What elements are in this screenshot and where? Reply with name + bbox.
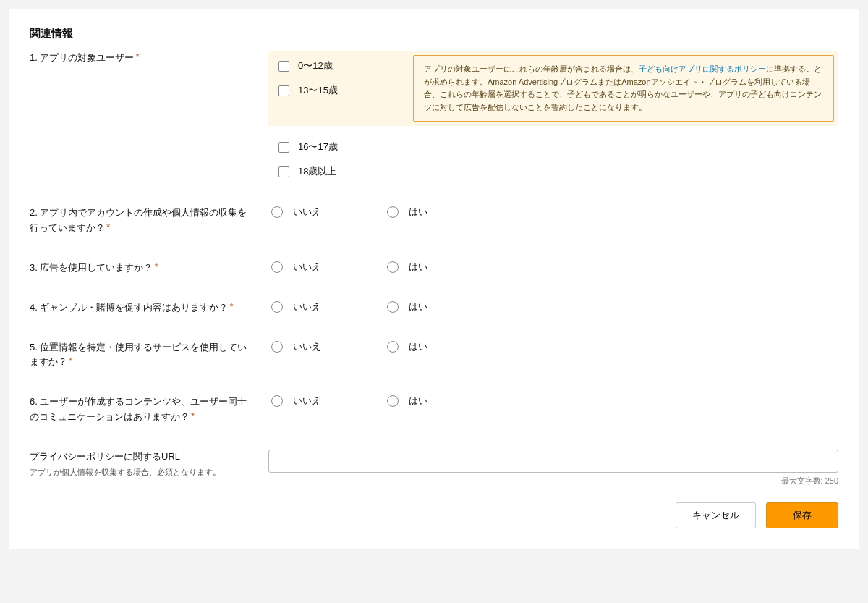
age-option-18-plus: 18歳以上	[278, 165, 828, 178]
q4-no-option: いいえ	[271, 300, 322, 313]
q2-no-option: いいえ	[271, 206, 322, 219]
radio-q4-yes[interactable]	[387, 301, 399, 313]
q3-yes-option: はい	[387, 261, 438, 274]
required-asterisk: *	[191, 410, 195, 421]
q2-yes-option: はい	[387, 206, 438, 219]
checkbox-age-0-12[interactable]	[278, 61, 289, 72]
max-length-hint: 最大文字数: 250	[268, 476, 838, 486]
radio-q6-yes[interactable]	[387, 395, 399, 407]
radio-q2-yes[interactable]	[387, 206, 399, 218]
checkbox-age-13-15[interactable]	[278, 85, 289, 96]
radio-label: はい	[409, 300, 427, 313]
checkbox-label: 0〜12歳	[298, 59, 333, 72]
button-row: キャンセル 保存	[30, 502, 838, 528]
radio-q6-no[interactable]	[271, 395, 283, 407]
q5-row: 5. 位置情報を特定・使用するサービスを使用していますか？* いいえ はい	[30, 340, 838, 371]
q6-label: 6. ユーザーが作成するコンテンツや、ユーザー同士のコミュニケーションはあります…	[30, 395, 268, 425]
q3-no-option: いいえ	[271, 261, 322, 274]
radio-label: はい	[409, 261, 427, 274]
q2-label: 2. アプリ内でアカウントの作成や個人情報の収集を行っていますか？*	[30, 206, 268, 236]
radio-label: はい	[409, 206, 427, 219]
required-asterisk: *	[69, 355, 72, 366]
q5-label-text: 5. 位置情報を特定・使用するサービスを使用していますか？	[30, 342, 247, 368]
radio-label: いいえ	[293, 340, 321, 353]
required-asterisk: *	[229, 301, 233, 312]
radio-q3-yes[interactable]	[387, 261, 399, 273]
checkbox-age-16-17[interactable]	[278, 142, 289, 153]
q1-label: 1. アプリの対象ユーザー*	[30, 51, 268, 66]
radio-q4-no[interactable]	[271, 301, 283, 313]
q1-label-text: 1. アプリの対象ユーザー	[30, 52, 134, 63]
q1-row: 1. アプリの対象ユーザー* 0〜12歳 13〜15歳	[30, 51, 838, 181]
radio-label: はい	[409, 395, 427, 408]
checkbox-label: 13〜15歳	[298, 84, 338, 97]
q5-no-option: いいえ	[271, 340, 322, 353]
q1-notice-zone: 0〜12歳 13〜15歳 アプリの対象ユーザーにこれらの年齢層が含まれる場合は、…	[268, 51, 838, 126]
privacy-url-label-col: プライバシーポリシーに関するURL アプリが個人情報を収集する場合、必須となりま…	[30, 450, 268, 478]
privacy-url-label: プライバシーポリシーに関するURL	[30, 450, 254, 465]
q3-label-text: 3. 広告を使用していますか？	[30, 262, 153, 273]
radio-q5-yes[interactable]	[387, 341, 399, 353]
q1-input-area: 0〜12歳 13〜15歳 アプリの対象ユーザーにこれらの年齢層が含まれる場合は、…	[268, 51, 838, 181]
age-option-13-15: 13〜15歳	[278, 84, 403, 97]
required-asterisk: *	[154, 261, 158, 272]
kids-policy-notice: アプリの対象ユーザーにこれらの年齢層が含まれる場合は、子ども向けアプリに関するポ…	[413, 55, 834, 122]
q4-label-text: 4. ギャンブル・賭博を促す内容はありますか？	[30, 302, 228, 313]
q6-yes-option: はい	[387, 395, 438, 408]
q6-no-option: いいえ	[271, 395, 322, 408]
radio-label: いいえ	[293, 395, 321, 408]
q6-label-text: 6. ユーザーが作成するコンテンツや、ユーザー同士のコミュニケーションはあります…	[30, 396, 247, 422]
radio-q3-no[interactable]	[271, 261, 283, 273]
checkbox-label: 18歳以上	[298, 165, 336, 178]
q4-row: 4. ギャンブル・賭博を促す内容はありますか？* いいえ はい	[30, 300, 838, 316]
form-card: 関連情報 1. アプリの対象ユーザー* 0〜12歳 13〜15歳	[9, 9, 859, 549]
q4-yes-option: はい	[387, 300, 438, 313]
checkbox-label: 16〜17歳	[298, 140, 338, 153]
age-option-16-17: 16〜17歳	[278, 140, 828, 153]
notice-text-pre: アプリの対象ユーザーにこれらの年齢層が含まれる場合は、	[424, 64, 639, 73]
privacy-url-row: プライバシーポリシーに関するURL アプリが個人情報を収集する場合、必須となりま…	[30, 450, 838, 486]
q2-label-text: 2. アプリ内でアカウントの作成や個人情報の収集を行っていますか？	[30, 207, 247, 233]
q4-label: 4. ギャンブル・賭博を促す内容はありますか？*	[30, 300, 268, 316]
radio-label: いいえ	[293, 261, 321, 274]
required-asterisk: *	[106, 222, 110, 232]
q5-yes-option: はい	[387, 340, 438, 353]
q3-label: 3. 広告を使用していますか？*	[30, 261, 268, 276]
privacy-url-input[interactable]	[268, 450, 838, 473]
radio-q5-no[interactable]	[271, 341, 283, 353]
radio-label: はい	[409, 340, 427, 353]
checkbox-age-18-plus[interactable]	[278, 166, 289, 177]
age-option-0-12: 0〜12歳	[278, 59, 403, 72]
q2-row: 2. アプリ内でアカウントの作成や個人情報の収集を行っていますか？* いいえ は…	[30, 206, 838, 236]
cancel-button[interactable]: キャンセル	[676, 502, 756, 528]
save-button[interactable]: 保存	[766, 502, 838, 528]
q6-row: 6. ユーザーが作成するコンテンツや、ユーザー同士のコミュニケーションはあります…	[30, 395, 838, 425]
privacy-url-sub: アプリが個人情報を収集する場合、必須となります。	[30, 466, 254, 478]
radio-label: いいえ	[293, 206, 321, 219]
required-asterisk: *	[135, 51, 139, 62]
section-title: 関連情報	[30, 27, 838, 41]
q3-row: 3. 広告を使用していますか？* いいえ はい	[30, 261, 838, 276]
q5-label: 5. 位置情報を特定・使用するサービスを使用していますか？*	[30, 340, 268, 371]
kids-policy-link[interactable]: 子ども向けアプリに関するポリシー	[639, 64, 766, 73]
radio-q2-no[interactable]	[271, 206, 283, 218]
radio-label: いいえ	[293, 300, 321, 313]
